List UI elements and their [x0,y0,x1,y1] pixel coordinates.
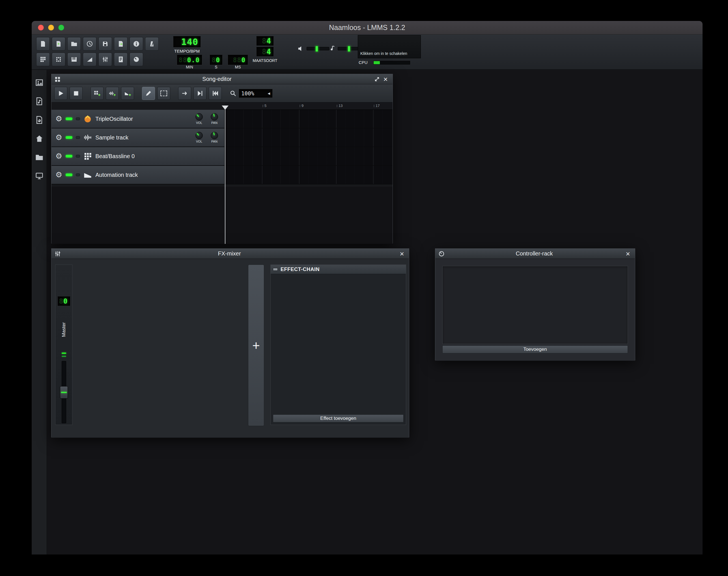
piano-roll-toggle-button[interactable] [67,53,81,66]
track-name[interactable]: TripleOscillator [95,116,133,122]
automation-editor-toggle-button[interactable] [83,53,96,66]
sidebar-item-root-directory[interactable] [35,153,43,162]
timeline-ruler[interactable]: 5 9 13 17 [225,103,392,110]
track-settings-gear-icon[interactable]: ⚙ [55,134,62,141]
back-to-cursor-button[interactable] [194,87,206,100]
track-name[interactable]: Sample track [95,134,128,141]
time-minutes-value: 0.0 [187,56,200,64]
track-name[interactable]: Automation track [95,172,138,178]
clock-icon [86,40,93,47]
zoom-level-lcd[interactable]: 100% ◀ [239,89,273,98]
song-editor-close-button[interactable]: × [381,75,390,83]
metronome-button[interactable] [145,37,159,51]
sidebar-item-samples[interactable] [35,97,43,106]
master-volume-handle[interactable] [315,46,318,52]
master-volume-slider[interactable] [307,47,329,50]
add-automation-track-button[interactable] [121,87,134,100]
mdi-area: Song-editor × [47,70,703,554]
zoom-dropdown-arrow-icon[interactable]: ◀ [267,91,270,96]
controller-rack-close-button[interactable]: × [623,250,632,258]
master-pitch-icon [328,45,336,53]
recently-opened-button[interactable] [83,37,96,51]
master-pitch-slider[interactable] [338,47,359,50]
edit-mode-button[interactable] [157,87,170,100]
controller-rack-toggle-button[interactable] [129,53,143,66]
time-minutes-lcd: 888.8 0.0 [177,55,202,65]
master-fader-handle[interactable] [60,386,68,399]
mac-titlebar[interactable]: Naamloos - LMMS 1.2.2 [32,21,703,34]
fx-mixer-toggle-button[interactable] [98,53,112,66]
volume-knob[interactable] [196,113,203,120]
track-header[interactable]: ⚙ Sample track VOL PAN [52,128,225,147]
track-header[interactable]: ⚙ Automation track [52,166,225,184]
track-mute-led[interactable] [66,136,72,139]
master-pitch-handle[interactable] [348,46,350,52]
song-editor-restore-button[interactable] [373,75,381,83]
volume-knob-label: VOL [196,140,202,143]
zoom-window-button[interactable] [58,25,64,31]
track-lane[interactable] [225,110,392,128]
track-solo-led[interactable] [76,173,80,176]
new-project-button[interactable] [36,37,50,51]
track-settings-gear-icon[interactable]: ⚙ [55,115,62,123]
song-editor-toggle-button[interactable] [36,53,50,66]
fx-mixer-close-button[interactable]: × [398,250,406,258]
timesig-numerator-lcd[interactable]: 88 4 [256,36,274,46]
bb-editor-toggle-button[interactable] [52,53,65,66]
track-header[interactable]: ⚙ Beat/Bassline 0 [52,147,225,165]
master-channel-strip[interactable]: 88 0 Master [55,264,72,425]
output-visualizer[interactable]: Klikken om in te schakelen [358,35,421,58]
volume-knob[interactable] [196,132,203,139]
track-name[interactable]: Beat/Bassline 0 [95,153,135,160]
track-solo-led[interactable] [76,117,80,120]
fx-mixer-window: FX-mixer × 88 0 Master [51,249,409,437]
close-window-button[interactable] [38,25,44,31]
open-project-button[interactable] [67,37,81,51]
pan-knob[interactable] [211,113,218,120]
add-channel-button[interactable]: + [248,264,264,426]
timeline-forward-button[interactable] [178,87,191,100]
pan-knob[interactable] [211,132,218,139]
save-project-button[interactable] [98,37,112,51]
project-properties-button[interactable] [129,37,143,51]
effect-chain-enable-checkbox[interactable] [273,268,278,271]
track-header[interactable]: ⚙ TripleOscillator VOL PAN [52,110,225,128]
timesig-denominator-lcd[interactable]: 88 4 [256,47,274,57]
fx-mixer-window-icon [54,250,61,257]
sidebar-item-computer[interactable] [35,172,43,180]
master-volume-fader[interactable] [62,361,66,423]
add-controller-button[interactable]: Toevoegen [442,345,628,353]
track-settings-gear-icon[interactable]: ⚙ [55,171,62,179]
track-lane[interactable] [225,147,392,165]
master-volume-icon [297,45,305,53]
track-mute-led[interactable] [66,155,72,157]
track-solo-led[interactable] [76,136,80,139]
back-to-start-button[interactable] [209,87,222,100]
export-project-button[interactable] [114,37,127,51]
song-editor-titlebar[interactable]: Song-editor × [52,74,392,84]
fx-mixer-titlebar[interactable]: FX-mixer × [52,249,409,259]
playhead-marker[interactable] [222,106,229,110]
new-from-template-button[interactable] [52,37,65,51]
track-mute-led[interactable] [66,173,72,176]
minimize-window-button[interactable] [48,25,54,31]
draw-mode-button[interactable] [142,87,155,100]
tempo-lcd[interactable]: 888 140 [173,36,201,48]
pan-knob-label: PAN [211,140,217,143]
project-notes-toggle-button[interactable] [114,53,127,66]
add-effect-button[interactable]: Effect toevoegen [273,414,404,422]
track-mute-led[interactable] [66,117,72,120]
stop-button[interactable] [69,87,83,100]
track-solo-led[interactable] [76,155,80,157]
sidebar-item-home[interactable] [35,134,43,143]
track-lane[interactable] [225,128,392,147]
track-lane[interactable] [225,166,392,184]
sidebar-item-presets[interactable] [35,116,43,124]
add-sample-track-button[interactable] [106,87,119,100]
controller-rack-titlebar[interactable]: Controller-rack × [435,249,635,259]
timeline-label: 9 [300,104,303,108]
add-bb-track-button[interactable] [90,87,104,100]
play-button[interactable] [54,87,67,100]
sidebar-item-instruments[interactable] [35,78,43,87]
track-settings-gear-icon[interactable]: ⚙ [55,152,62,160]
